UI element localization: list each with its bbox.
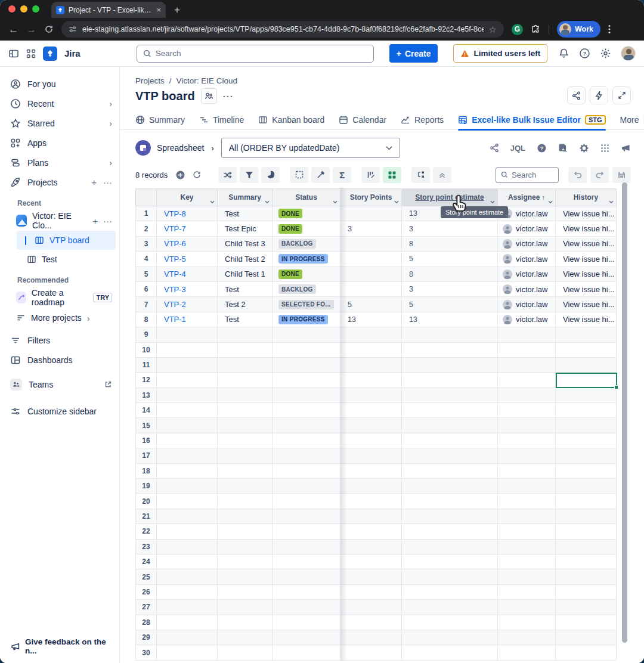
vertical-scrollbar[interactable] bbox=[622, 182, 627, 643]
status-cell[interactable] bbox=[273, 388, 340, 403]
table-search[interactable] bbox=[496, 167, 559, 183]
assignee-cell[interactable] bbox=[498, 343, 556, 358]
tab-kanban-board[interactable]: Kanban board bbox=[258, 110, 324, 130]
story-point-estimate-cell[interactable]: 3 bbox=[402, 221, 498, 236]
story-point-estimate-cell[interactable] bbox=[402, 569, 498, 584]
jql-button[interactable]: JQL bbox=[510, 144, 525, 153]
story-point-estimate-cell[interactable] bbox=[402, 554, 498, 569]
sidebar-item-for-you[interactable]: For you bbox=[0, 74, 119, 94]
row-number-cell[interactable]: 22 bbox=[135, 524, 157, 539]
summary-cell[interactable] bbox=[218, 615, 273, 630]
key-cell[interactable] bbox=[157, 630, 218, 645]
status-badge[interactable]: IN PROGRESS bbox=[278, 254, 328, 264]
more-icon[interactable]: ··· bbox=[103, 216, 112, 226]
key-cell[interactable] bbox=[157, 388, 218, 403]
bookmark-star-icon[interactable]: ☆ bbox=[489, 25, 497, 34]
view-issue-history-link[interactable]: View issue hi... bbox=[563, 300, 614, 309]
key-cell[interactable] bbox=[157, 373, 218, 388]
key-cell[interactable] bbox=[157, 418, 218, 433]
issue-key-link[interactable]: VTP-7 bbox=[157, 224, 186, 233]
global-search[interactable] bbox=[137, 45, 374, 63]
history-cell[interactable]: View issue hi... bbox=[556, 237, 617, 252]
user-avatar[interactable] bbox=[621, 46, 636, 61]
issue-key-link[interactable]: VTP-5 bbox=[157, 255, 186, 264]
view-selector[interactable]: All (ORDER BY updatedDate) bbox=[221, 138, 400, 158]
assignee-cell[interactable]: victor.law bbox=[498, 312, 556, 327]
status-cell[interactable] bbox=[273, 585, 340, 600]
collapse-sidebar-icon[interactable] bbox=[8, 48, 19, 59]
story-points-cell[interactable] bbox=[340, 267, 402, 282]
history-cell[interactable] bbox=[556, 509, 617, 524]
add-icon[interactable]: + bbox=[92, 216, 98, 226]
view-issue-history-link[interactable]: View issue hi... bbox=[563, 209, 614, 218]
history-cell[interactable]: View issue hi... bbox=[556, 267, 617, 282]
row-number-cell[interactable]: 4 bbox=[135, 252, 157, 267]
issue-key-link[interactable]: VTP-3 bbox=[157, 285, 186, 294]
assignee-cell[interactable] bbox=[498, 630, 556, 645]
announcements-icon[interactable] bbox=[621, 144, 631, 153]
status-cell[interactable] bbox=[273, 373, 340, 388]
tab-excel-like-bulk-issue-editor[interactable]: Excel-like Bulk Issue Editor STG bbox=[458, 110, 605, 130]
story-point-estimate-cell[interactable] bbox=[402, 418, 498, 433]
summary-cell[interactable]: Test bbox=[218, 206, 273, 221]
summary-cell[interactable] bbox=[218, 585, 273, 600]
row-number-cell[interactable]: 17 bbox=[135, 448, 157, 463]
row-number-cell[interactable]: 28 bbox=[135, 615, 157, 630]
row-number-cell[interactable]: 8 bbox=[135, 312, 157, 327]
summary-cell[interactable] bbox=[218, 373, 273, 388]
add-record-icon[interactable] bbox=[175, 170, 185, 180]
help-icon[interactable]: ? bbox=[537, 143, 547, 153]
story-point-estimate-cell[interactable] bbox=[402, 494, 498, 509]
status-cell[interactable]: BACKLOG bbox=[273, 282, 340, 297]
summary-cell[interactable] bbox=[218, 403, 273, 418]
key-cell[interactable] bbox=[157, 448, 218, 463]
story-points-cell[interactable]: 13 bbox=[340, 312, 402, 327]
summary-cell[interactable] bbox=[218, 448, 273, 463]
story-points-cell[interactable] bbox=[340, 600, 402, 615]
history-cell[interactable] bbox=[556, 585, 617, 600]
key-cell[interactable] bbox=[157, 358, 218, 373]
app-switcher-icon[interactable] bbox=[26, 49, 36, 58]
summary-cell[interactable] bbox=[218, 509, 273, 524]
hierarchy-button[interactable] bbox=[411, 167, 430, 183]
row-number-cell[interactable]: 14 bbox=[135, 403, 157, 418]
column-header-summary[interactable]: Summary bbox=[218, 188, 273, 206]
history-cell[interactable]: View issue hi... bbox=[556, 252, 617, 267]
story-points-cell[interactable] bbox=[340, 373, 402, 388]
story-point-estimate-cell[interactable]: 8 bbox=[402, 267, 498, 282]
key-cell[interactable] bbox=[157, 554, 218, 569]
row-number-cell[interactable]: 18 bbox=[135, 464, 157, 479]
key-cell[interactable] bbox=[157, 343, 218, 358]
status-cell[interactable] bbox=[273, 509, 340, 524]
story-points-cell[interactable] bbox=[340, 327, 402, 342]
projects-more-icon[interactable]: ··· bbox=[103, 177, 112, 187]
status-cell[interactable] bbox=[273, 479, 340, 494]
key-cell[interactable]: VTP-8 bbox=[157, 206, 218, 221]
tab-calendar[interactable]: Calendar bbox=[339, 110, 386, 130]
story-point-estimate-cell[interactable] bbox=[402, 600, 498, 615]
assignee-cell[interactable] bbox=[498, 645, 556, 660]
export-icon[interactable] bbox=[558, 143, 568, 153]
help-icon[interactable]: ? bbox=[579, 48, 590, 59]
key-cell[interactable] bbox=[157, 494, 218, 509]
history-cell[interactable]: View issue hi... bbox=[556, 297, 617, 312]
history-cell[interactable] bbox=[556, 388, 617, 403]
key-cell[interactable]: VTP-1 bbox=[157, 312, 218, 327]
browser-profile-chip[interactable]: Work bbox=[557, 21, 600, 38]
story-point-estimate-cell[interactable] bbox=[402, 448, 498, 463]
summary-cell[interactable] bbox=[218, 554, 273, 569]
assignee-cell[interactable] bbox=[498, 433, 556, 448]
sum-button[interactable]: Σ bbox=[333, 167, 351, 183]
fill-handle[interactable] bbox=[614, 385, 618, 389]
key-cell[interactable] bbox=[157, 509, 218, 524]
story-points-cell[interactable] bbox=[340, 630, 402, 645]
status-badge[interactable]: DONE bbox=[278, 224, 302, 234]
summary-cell[interactable]: Test 2 bbox=[218, 297, 273, 312]
status-cell[interactable] bbox=[273, 494, 340, 509]
story-point-estimate-cell[interactable]: 13 bbox=[402, 312, 498, 327]
summary-cell[interactable] bbox=[218, 645, 273, 660]
history-cell[interactable] bbox=[556, 343, 617, 358]
summary-cell[interactable] bbox=[218, 433, 273, 448]
breadcrumb-projects[interactable]: Projects bbox=[135, 76, 165, 85]
story-point-estimate-cell[interactable] bbox=[402, 479, 498, 494]
